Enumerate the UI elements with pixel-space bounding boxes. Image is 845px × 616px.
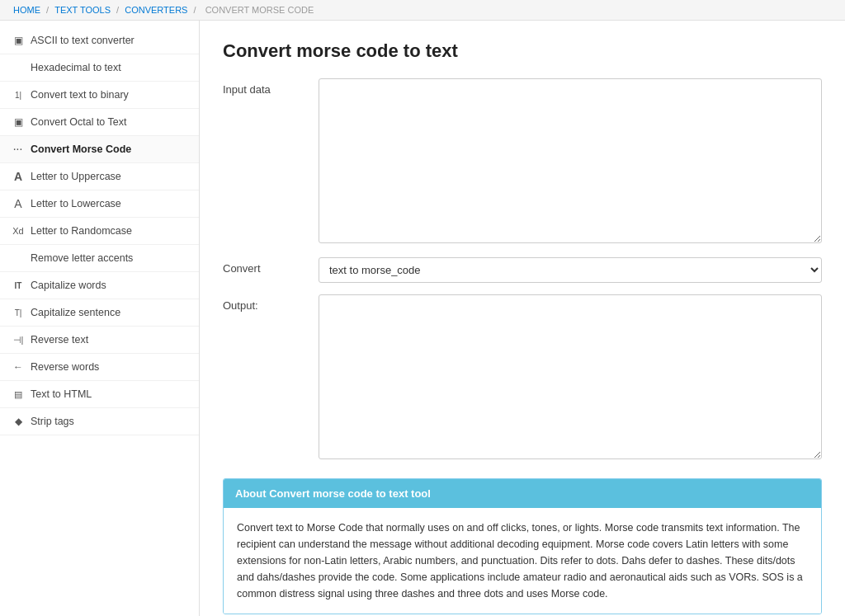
sidebar-label-ascii: ASCII to text converter	[31, 35, 135, 46]
output-textarea[interactable]	[319, 294, 822, 459]
breadcrumb: HOME / TEXT TOOLS / CONVERTERS / CONVERT…	[0, 0, 845, 21]
form-section: Input data Convert text to morse_code mo…	[223, 78, 822, 462]
input-textarea[interactable]	[319, 78, 822, 243]
convert-select[interactable]: text to morse_code morse_code to text	[319, 257, 822, 283]
about-header: About Convert morse code to text tool	[224, 479, 821, 508]
breadcrumb-texttools[interactable]: TEXT TOOLS	[54, 5, 111, 15]
sidebar-item-hex-to-text[interactable]: Hexadecimal to text	[0, 54, 199, 82]
cap-sentence-icon: T|	[12, 306, 25, 319]
sidebar-label-html: Text to HTML	[31, 388, 92, 400]
page-title: Convert morse code to text	[223, 40, 822, 62]
input-wrap	[319, 78, 822, 246]
sidebar-label-binary: Convert text to binary	[31, 89, 129, 101]
reverse-words-icon: ←	[12, 360, 25, 374]
sidebar-item-morse-code[interactable]: ··· Convert Morse Code	[0, 136, 199, 163]
breadcrumb-current: CONVERT MORSE CODE	[205, 5, 314, 15]
breadcrumb-sep-3: /	[194, 5, 199, 15]
input-label: Input data	[223, 78, 305, 96]
sidebar-label-reverse-text: Reverse text	[31, 334, 88, 346]
lowercase-icon: A	[12, 197, 25, 210]
breadcrumb-home[interactable]: HOME	[13, 5, 40, 15]
sidebar-label-morse: Convert Morse Code	[31, 143, 131, 155]
sidebar-label-randomcase: Letter to Randomcase	[31, 225, 132, 237]
sidebar-item-ascii-to-text[interactable]: ▣ ASCII to text converter	[0, 27, 199, 54]
randomcase-icon: Xd	[12, 224, 25, 237]
breadcrumb-sep-2: /	[116, 5, 121, 15]
sidebar-item-capitalize-words[interactable]: IT Capitalize words	[0, 272, 199, 299]
sidebar: ▣ ASCII to text converter Hexadecimal to…	[0, 21, 200, 616]
ascii-icon: ▣	[12, 34, 25, 47]
main-content: Convert morse code to text Input data Co…	[200, 21, 845, 616]
output-label: Output:	[223, 294, 305, 312]
hex-icon	[12, 61, 25, 74]
sidebar-item-strip-tags[interactable]: ◆ Strip tags	[0, 408, 199, 435]
cap-words-icon: IT	[12, 279, 25, 292]
morse-icon: ···	[12, 143, 25, 156]
sidebar-item-text-to-html[interactable]: ▤ Text to HTML	[0, 381, 199, 408]
sidebar-label-lowercase: Letter to Lowercase	[31, 198, 121, 209]
breadcrumb-sep-1: /	[46, 5, 51, 15]
about-body: Convert text to Morse Code that normally…	[224, 508, 821, 614]
sidebar-label-hex: Hexadecimal to text	[31, 62, 121, 73]
sidebar-label-strip: Strip tags	[31, 416, 74, 427]
html-icon: ▤	[12, 388, 25, 401]
sidebar-item-capitalize-sentence[interactable]: T| Capitalize sentence	[0, 299, 199, 327]
main-layout: ▣ ASCII to text converter Hexadecimal to…	[0, 21, 845, 616]
breadcrumb-converters[interactable]: CONVERTERS	[125, 5, 187, 15]
uppercase-icon: A	[12, 170, 25, 183]
output-wrap	[319, 294, 822, 462]
about-box: About Convert morse code to text tool Co…	[223, 478, 822, 614]
sidebar-label-cap-words: Capitalize words	[31, 280, 106, 291]
convert-wrap: text to morse_code morse_code to text	[319, 257, 822, 283]
sidebar-item-randomcase[interactable]: Xd Letter to Randomcase	[0, 218, 199, 245]
sidebar-label-cap-sentence: Capitalize sentence	[31, 307, 120, 318]
reverse-text-icon: ⊣|	[12, 333, 25, 346]
sidebar-label-accents: Remove letter accents	[31, 252, 133, 264]
convert-label: Convert	[223, 257, 305, 275]
sidebar-item-octal-to-text[interactable]: ▣ Convert Octal to Text	[0, 109, 199, 136]
input-row: Input data	[223, 78, 822, 246]
sidebar-item-uppercase[interactable]: A Letter to Uppercase	[0, 163, 199, 190]
binary-icon: 1|	[12, 88, 25, 101]
sidebar-item-text-to-binary[interactable]: 1| Convert text to binary	[0, 82, 199, 109]
sidebar-label-octal: Convert Octal to Text	[31, 116, 127, 128]
octal-icon: ▣	[12, 115, 25, 129]
output-row: Output:	[223, 294, 822, 462]
sidebar-item-reverse-text[interactable]: ⊣| Reverse text	[0, 327, 199, 354]
sidebar-item-lowercase[interactable]: A Letter to Lowercase	[0, 190, 199, 218]
sidebar-item-reverse-words[interactable]: ← Reverse words	[0, 354, 199, 381]
strip-icon: ◆	[12, 415, 25, 428]
accents-icon	[12, 252, 25, 265]
sidebar-label-reverse-words: Reverse words	[31, 361, 99, 373]
sidebar-label-uppercase: Letter to Uppercase	[31, 171, 121, 182]
convert-row: Convert text to morse_code morse_code to…	[223, 257, 822, 283]
sidebar-item-remove-accents[interactable]: Remove letter accents	[0, 245, 199, 272]
